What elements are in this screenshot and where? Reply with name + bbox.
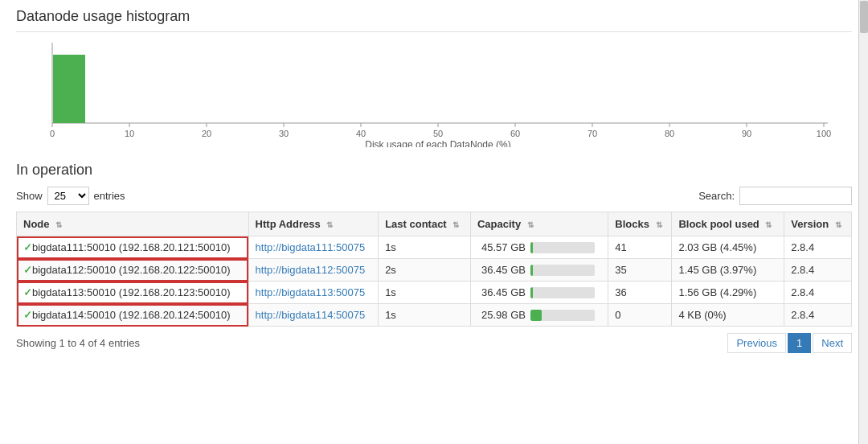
pagination-buttons: Previous 1 Next	[727, 333, 852, 353]
histogram-title: Datanode usage histogram	[16, 8, 852, 32]
col-block-pool-used[interactable]: Block pool used ⇅	[672, 212, 784, 236]
table-controls: Show 25 10 50 100 entries Search:	[16, 187, 852, 205]
sort-icon-node: ⇅	[55, 220, 62, 229]
svg-text:0: 0	[50, 129, 55, 138]
pagination-area: Showing 1 to 4 of 4 entries Previous 1 N…	[16, 333, 852, 353]
sort-icon-http: ⇅	[326, 220, 333, 229]
node-cell: ✓bigdata111:50010 (192.168.20.121:50010)	[17, 236, 249, 259]
svg-text:80: 80	[665, 129, 674, 138]
http-address-link[interactable]: http://bigdata111:50075	[256, 241, 366, 253]
block-pool-used-cell: 1.45 GB (3.97%)	[672, 259, 784, 282]
col-last-contact[interactable]: Last contact ⇅	[379, 212, 471, 236]
col-capacity[interactable]: Capacity ⇅	[470, 212, 608, 236]
node-cell: ✓bigdata113:50010 (192.168.20.123:50010)	[17, 282, 249, 304]
showing-text: Showing 1 to 4 of 4 entries	[16, 337, 140, 349]
capacity-bar-bg	[530, 265, 595, 276]
capacity-bar-container: 36.45 GB	[477, 264, 601, 276]
svg-text:90: 90	[742, 129, 751, 138]
histogram-bar	[53, 55, 85, 123]
last-contact-cell: 1s	[379, 304, 471, 327]
col-blocks[interactable]: Blocks ⇅	[608, 212, 672, 236]
svg-text:10: 10	[125, 129, 134, 138]
capacity-bar-fill	[530, 242, 533, 253]
svg-text:50: 50	[433, 129, 443, 138]
page-1-button[interactable]: 1	[788, 333, 811, 353]
in-operation-section: In operation Show 25 10 50 100 entries S…	[16, 162, 852, 353]
capacity-bar-bg	[530, 287, 595, 298]
table-row: ✓bigdata112:50010 (192.168.20.122:50010)…	[17, 259, 852, 282]
search-input[interactable]	[739, 187, 852, 205]
version-cell: 2.8.4	[784, 282, 852, 304]
table-row: ✓bigdata111:50010 (192.168.20.121:50010)…	[17, 236, 852, 259]
node-name: bigdata113:50010 (192.168.20.123:50010)	[32, 286, 231, 298]
histogram-chart-container: 4 0 10 20 30 40 50	[16, 39, 852, 150]
col-http-address[interactable]: Http Address ⇅	[248, 212, 379, 236]
http-address-link[interactable]: http://bigdata112:50075	[256, 264, 366, 276]
blocks-cell: 0	[608, 304, 672, 327]
show-label: Show	[16, 190, 43, 202]
svg-text:100: 100	[817, 129, 831, 138]
capacity-bar-fill	[530, 265, 533, 276]
table-row: ✓bigdata114:50010 (192.168.20.124:50010)…	[17, 304, 852, 327]
sort-icon-bpu: ⇅	[765, 220, 772, 229]
node-check-icon: ✓	[23, 241, 32, 253]
node-check-icon: ✓	[23, 264, 32, 276]
capacity-text: 36.45 GB	[477, 264, 526, 276]
last-contact-cell: 2s	[379, 259, 471, 282]
version-cell: 2.8.4	[784, 259, 852, 282]
sort-icon-capacity: ⇅	[527, 220, 534, 229]
last-contact-cell: 1s	[379, 282, 471, 304]
bar-value-label: 4	[67, 43, 72, 53]
table-header-row: Node ⇅ Http Address ⇅ Last contact ⇅ Cap…	[17, 212, 852, 236]
svg-text:70: 70	[588, 129, 597, 138]
blocks-cell: 35	[608, 259, 672, 282]
sort-icon-contact: ⇅	[452, 220, 459, 229]
node-name: bigdata114:50010 (192.168.20.124:50010)	[32, 309, 231, 321]
sort-icon-blocks: ⇅	[656, 220, 662, 229]
capacity-bar-fill	[530, 287, 533, 298]
capacity-cell: 36.45 GB	[470, 282, 608, 304]
entries-select[interactable]: 25 10 50 100	[47, 187, 89, 205]
col-node[interactable]: Node ⇅	[17, 212, 249, 236]
histogram-section: Datanode usage histogram 4 0 10	[16, 8, 852, 150]
capacity-text: 25.98 GB	[477, 309, 526, 321]
capacity-text: 36.45 GB	[477, 286, 526, 298]
capacity-bar-fill	[530, 310, 542, 321]
capacity-bar-container: 25.98 GB	[477, 309, 601, 321]
http-address-cell: http://bigdata112:50075	[248, 259, 379, 282]
http-address-link[interactable]: http://bigdata114:50075	[256, 309, 366, 321]
http-address-cell: http://bigdata114:50075	[248, 304, 379, 327]
page-container: Datanode usage histogram 4 0 10	[0, 0, 868, 361]
scrollbar[interactable]	[858, 0, 868, 444]
version-cell: 2.8.4	[784, 236, 852, 259]
entries-label: entries	[94, 190, 125, 202]
node-name: bigdata111:50010 (192.168.20.121:50010)	[32, 241, 231, 253]
capacity-text: 45.57 GB	[477, 241, 526, 253]
svg-text:30: 30	[279, 129, 289, 138]
next-button[interactable]: Next	[813, 333, 852, 353]
col-version[interactable]: Version ⇅	[784, 212, 852, 236]
node-cell: ✓bigdata114:50010 (192.168.20.124:50010)	[17, 304, 249, 327]
block-pool-used-cell: 4 KB (0%)	[672, 304, 784, 327]
blocks-cell: 41	[608, 236, 672, 259]
data-table: Node ⇅ Http Address ⇅ Last contact ⇅ Cap…	[16, 212, 852, 327]
node-check-icon: ✓	[23, 309, 32, 321]
node-cell: ✓bigdata112:50010 (192.168.20.122:50010)	[17, 259, 249, 282]
blocks-cell: 36	[608, 282, 672, 304]
histogram-svg: 4 0 10 20 30 40 50	[16, 39, 836, 147]
table-row: ✓bigdata113:50010 (192.168.20.123:50010)…	[17, 282, 852, 304]
capacity-bar-bg	[530, 310, 595, 321]
block-pool-used-cell: 1.56 GB (4.29%)	[672, 282, 784, 304]
svg-text:40: 40	[356, 129, 366, 138]
capacity-bar-container: 45.57 GB	[477, 241, 601, 253]
show-entries-control: Show 25 10 50 100 entries	[16, 187, 125, 205]
scrollbar-thumb[interactable]	[860, 1, 868, 33]
sort-icon-version: ⇅	[835, 220, 841, 229]
version-cell: 2.8.4	[784, 304, 852, 327]
previous-button[interactable]: Previous	[727, 333, 786, 353]
http-address-cell: http://bigdata111:50075	[248, 236, 379, 259]
capacity-cell: 36.45 GB	[470, 259, 608, 282]
search-box: Search:	[698, 187, 852, 205]
http-address-link[interactable]: http://bigdata113:50075	[256, 286, 366, 298]
search-label: Search:	[698, 190, 735, 202]
